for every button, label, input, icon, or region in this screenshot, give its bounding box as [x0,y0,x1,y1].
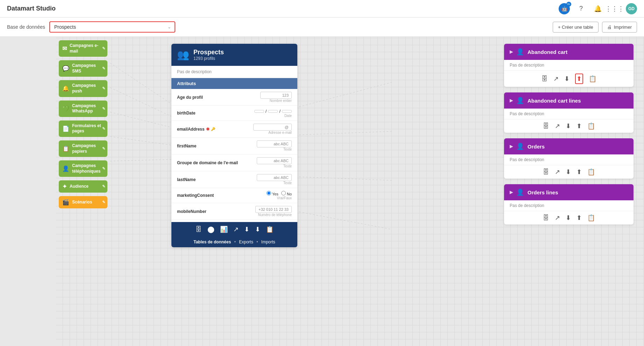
related-actions-abandoned-cart-lines: 🗄 ↗ ⬇ ⬆ 📋 [504,119,634,133]
related-desc-orders-lines: Pas de description [504,200,634,211]
selector-arrow: ⌄ [168,25,171,29]
attr-row-age: Age du profil 123 Nombre entier [171,89,297,106]
action-upload-highlight-icon[interactable]: ⬆ [575,74,583,84]
sidebar-item-formulaires[interactable]: 📄 Formulaires et pages ✎ [59,120,107,137]
sidebar-item-campagnes-email[interactable]: ✉ Campagnes e-mail ✎ [59,40,107,57]
action-db-icon[interactable]: 🗄 [543,168,549,176]
related-header-abandoned-cart-lines[interactable]: ▶ 👤 Abandoned cart lines [504,92,634,109]
attr-row-firstname: firstName abc ABC Texte [171,138,297,154]
sidebar-items-container: ✉ Campagnes e-mail ✎ 💬 Campagnes SMS ✎ 🔔… [56,37,110,212]
push-icon: 🔔 [62,85,69,92]
attr-row-lastname: lastName abc ABC Texte [171,171,297,188]
action-export-icon[interactable]: ↗ [555,214,560,222]
action-upload-icon[interactable]: ⬆ [576,122,582,130]
toolbar-pie-icon[interactable]: ⬤ [207,226,214,233]
action-upload-icon[interactable]: ⬆ [576,168,582,176]
svg-line-7 [299,177,392,180]
related-title-abandoned-cart-lines: Abandoned cart lines [528,98,581,104]
toolbar-download2-icon[interactable]: ⬇ [255,226,260,233]
related-desc-orders: Pas de description [504,154,634,165]
card-footer: Tables de données • Exports • Imports [171,237,297,247]
related-card-orders: ▶ 👤 Orders Pas de description 🗄 ↗ ⬇ ⬆ 📋 [504,138,634,179]
footer-tab-exports[interactable]: Exports [239,240,253,244]
action-db-icon[interactable]: 🗄 [542,75,548,83]
attr-field-email: @ Adresse e-mail [253,124,292,134]
related-header-orders[interactable]: ▶ 👤 Orders [504,138,634,154]
related-actions-orders: 🗄 ↗ ⬇ ⬆ 📋 [504,165,634,179]
related-title-orders: Orders [528,144,545,150]
action-export-icon[interactable]: ↗ [553,75,559,83]
help-button[interactable]: ? [575,3,587,14]
action-file-icon[interactable]: 📋 [587,214,595,222]
svg-line-6 [299,131,392,135]
action-db-icon[interactable]: 🗄 [543,214,549,222]
required-asterisk: ✱ [206,127,210,132]
create-table-button[interactable]: + Créer une table [553,22,599,33]
edit-icon: ✎ [102,66,105,71]
main-area: ✉ Campagnes e-mail ✎ 💬 Campagnes SMS ✎ 🔔… [0,37,644,346]
action-download-icon[interactable]: ⬇ [566,122,571,130]
print-button[interactable]: 🖨 Imprimer [602,22,637,33]
attr-label-mobile: mobileNumber [177,209,252,214]
footer-tab-tables[interactable]: Tables de données [193,240,231,244]
related-header-abandoned-cart[interactable]: ▶ 👤 Abandoned cart [504,44,634,60]
toolbar-bar-icon[interactable]: 📊 [220,226,228,233]
sidebar-item-campagnes-sms[interactable]: 💬 Campagnes SMS ✎ [59,60,107,77]
attr-row-groupe-domaine: Groupe de domaine de l'e-mail abc ABC Te… [171,154,297,171]
attr-label-groupe-domaine: Groupe de domaine de l'e-mail [177,160,253,165]
robot-avatar[interactable]: 🤖 HL [559,3,570,14]
toolbar-download1-icon[interactable]: ⬇ [244,226,249,233]
card-header: 👥 Prospects 1293 profils [171,44,297,66]
sidebar-item-campagnes-push[interactable]: 🔔 Campagnes push ✎ [59,80,107,97]
toolbar-file-icon[interactable]: 📋 [266,226,274,233]
action-export-icon[interactable]: ↗ [555,168,560,176]
sms-icon: 💬 [62,65,69,72]
expand-arrow-icon: ▶ [510,49,513,54]
attr-row-more: ... English ⌄ [171,220,297,222]
sidebar-item-label: Campagnes papiers [72,143,104,154]
action-download-icon[interactable]: ⬇ [566,214,571,222]
sidebar-item-campagnes-papiers[interactable]: 📋 Campagnes papiers ✎ [59,140,107,157]
action-db-icon[interactable]: 🗄 [543,123,549,130]
action-download-icon[interactable]: ⬇ [566,168,571,176]
edit-icon: ✎ [102,46,105,51]
apps-button[interactable]: ⋮⋮⋮ [609,3,620,14]
attr-label-lastname: lastName [177,177,253,182]
edit-icon: ✎ [102,86,105,91]
related-header-orders-lines[interactable]: ▶ 👤 Orders lines [504,184,634,200]
footer-tab-imports[interactable]: Imports [261,240,275,244]
toolbar-export-icon[interactable]: ↗ [233,226,239,233]
expand-arrow-icon: ▶ [510,144,513,149]
sidebar-item-label: Scénarios [72,200,104,205]
database-selector[interactable]: Prospects ⌄ [49,21,175,33]
sidebar-item-label: Campagnes e-mail [70,43,104,54]
attr-field-groupe-domaine: abc ABC Texte [257,157,292,168]
attr-field-mobile: +32 010 11 22 33 Numéro de téléphone [255,206,292,217]
action-file-icon[interactable]: 📋 [587,168,595,176]
attr-row-birthdate: birthDate / / Date [171,106,297,121]
action-export-icon[interactable]: ↗ [555,122,560,130]
action-download-icon[interactable]: ⬇ [564,75,569,83]
action-file-icon[interactable]: 📋 [587,122,595,130]
notifications-button[interactable]: 🔔 [592,3,603,14]
sidebar-item-campagnes-whatsapp[interactable]: 💚 Campagnes WhatsApp ✎ [59,101,107,117]
sidebar-item-label: Campagnes WhatsApp [72,103,104,114]
svg-line-0 [110,63,173,105]
related-desc-abandoned-cart-lines: Pas de description [504,109,634,119]
attributes-list[interactable]: Age du profil 123 Nombre entier birthDat… [171,89,297,222]
toolbar-db-icon[interactable]: 🗄 [196,226,202,233]
sidebar-item-scenarios[interactable]: 🎬 Scénarios ✎ [59,196,107,208]
sidebar-item-campagnes-telephoniques[interactable]: 👤 Campagnes téléphoniques ✎ [59,160,107,177]
action-file-icon[interactable]: 📋 [589,75,596,83]
user-avatar[interactable]: GD [626,3,637,14]
action-upload-icon[interactable]: ⬆ [576,214,582,222]
related-card-abandoned-cart: ▶ 👤 Abandoned cart Pas de description 🗄 … [504,44,634,87]
card-title: Prospects [193,49,224,56]
related-card-abandoned-cart-lines: ▶ 👤 Abandoned cart lines Pas de descript… [504,92,634,133]
expand-arrow-icon: ▶ [510,98,513,103]
edit-icon: ✎ [102,166,105,171]
card-profiles-count: 1293 profils [193,56,224,61]
related-actions-abandoned-cart: 🗄 ↗ ⬇ ⬆ 📋 [504,71,634,87]
sidebar-item-audience[interactable]: ✦ Audience ✎ [59,180,107,193]
attr-field-firstname: abc ABC Texte [257,140,292,151]
